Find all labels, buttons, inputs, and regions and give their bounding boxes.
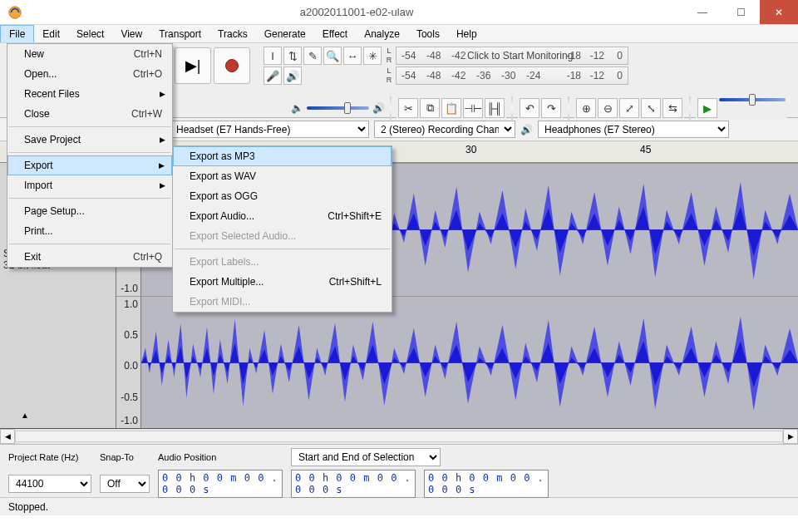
export-submenu: Export as MP3Export as WAVExport as OGGE…	[172, 145, 392, 313]
file-menu-item[interactable]: CloseCtrl+W	[7, 104, 172, 124]
horizontal-scrollbar[interactable]: ◀ ▶	[0, 429, 798, 444]
draw-tool-icon[interactable]: ✎	[303, 47, 322, 65]
audio-position-label: Audio Position	[158, 452, 283, 462]
zoom-in-icon[interactable]: ⊕	[576, 98, 596, 118]
menu-view[interactable]: View	[112, 25, 150, 42]
status-bar: Stopped.	[0, 497, 798, 515]
file-menu-item[interactable]: Open...Ctrl+O	[7, 64, 172, 84]
undo-toolbar: ↶ ↷	[518, 96, 563, 120]
cut-icon[interactable]: ✂	[398, 98, 418, 118]
status-text: Stopped.	[8, 501, 48, 513]
export-menu-item[interactable]: Export as OGG	[173, 186, 392, 206]
minimize-button[interactable]: ―	[683, 0, 722, 24]
zoom-toolbar: ⊕ ⊖ ⤢ ⤡ ⇆	[574, 96, 684, 120]
export-menu-item[interactable]: Export Audio...Ctrl+Shift+E	[173, 206, 392, 226]
edit-toolbar: ✂ ⧉ 📋 ⊣⊢ ╟╢	[397, 96, 506, 120]
zoom-toggle-icon[interactable]: ⇆	[663, 98, 682, 118]
export-menu-item[interactable]: Export Multiple...Ctrl+Shift+L	[173, 272, 392, 292]
menu-file[interactable]: File	[0, 25, 34, 42]
skip-end-button[interactable]: ▶|	[175, 47, 211, 84]
redo-icon[interactable]: ↷	[541, 98, 561, 118]
zoom-fit-proj-icon[interactable]: ⤡	[641, 98, 661, 118]
record-button[interactable]	[214, 47, 250, 84]
tool-grid: I ⇅ ✎ 🔍 ↔ ✳ 🎤 🔊	[264, 47, 382, 85]
copy-icon[interactable]: ⧉	[420, 98, 440, 118]
play-meter-bar[interactable]: -54 -48 -42 -36 -30 -24 -18 -12 0	[396, 66, 628, 85]
export-menu-item: Export Selected Audio...	[173, 226, 392, 246]
recording-channels-select[interactable]: 2 (Stereo) Recording Chan	[374, 121, 515, 138]
snap-to-label: Snap-To	[100, 452, 150, 462]
title-bar: a2002011001-e02-ulaw ― ☐ ✕	[0, 0, 798, 25]
menu-select[interactable]: Select	[68, 25, 112, 42]
file-menu-item[interactable]: Recent Files▶	[7, 84, 172, 104]
maximize-button[interactable]: ☐	[722, 0, 760, 24]
selection-toolbar: Project Rate (Hz) Snap-To Audio Position…	[0, 444, 798, 497]
zoom-tool-icon[interactable]: 🔍	[323, 47, 342, 65]
file-menu-item[interactable]: Export▶	[7, 155, 172, 175]
file-menu-item[interactable]: Save Project▶	[7, 130, 172, 150]
paste-icon[interactable]: 📋	[441, 98, 461, 118]
export-menu-item[interactable]: Export as WAV	[173, 166, 392, 186]
amplitude-scale: 1.0 0.5 0.0 -0.5 -1.0	[116, 297, 141, 429]
rec-meter-bar[interactable]: -54 -48 -42 Click to Start Monitoring -1…	[396, 47, 628, 65]
record-icon	[225, 59, 239, 72]
menu-tracks[interactable]: Tracks	[209, 25, 256, 42]
recording-meter[interactable]: LR -54 -48 -42 Click to Start Monitoring…	[384, 47, 628, 85]
menu-help[interactable]: Help	[448, 25, 485, 42]
collapse-icon[interactable]: ▲	[21, 411, 29, 420]
silence-icon[interactable]: ╟╢	[485, 98, 505, 118]
menu-generate[interactable]: Generate	[256, 25, 314, 42]
menu-edit[interactable]: Edit	[34, 25, 68, 42]
envelope-tool-icon[interactable]: ⇅	[283, 47, 302, 65]
file-menu-item[interactable]: NewCtrl+N	[7, 44, 172, 64]
timeshift-tool-icon[interactable]: ↔	[343, 47, 362, 65]
close-button[interactable]: ✕	[760, 0, 798, 24]
audio-position-value[interactable]: 0 0 h 0 0 m 0 0 . 0 0 0 s	[158, 470, 283, 498]
project-rate-select[interactable]: 44100	[8, 475, 91, 493]
play-at-speed-toolbar: ▶	[696, 96, 787, 120]
menu-effect[interactable]: Effect	[314, 25, 356, 42]
channel-right: 1.0 0.5 0.0 -0.5 -1.0	[116, 296, 798, 429]
export-menu-item: Export Labels...	[173, 252, 392, 272]
app-logo	[5, 2, 25, 22]
file-menu-item[interactable]: ExitCtrl+Q	[7, 247, 172, 267]
zoom-fit-sel-icon[interactable]: ⤢	[619, 98, 639, 118]
file-menu-dropdown: NewCtrl+NOpen...Ctrl+ORecent Files▶Close…	[7, 43, 173, 268]
file-menu-item[interactable]: Page Setup...	[7, 201, 172, 221]
export-menu-item: Export MIDI...	[173, 292, 392, 312]
file-menu-item[interactable]: Import▶	[7, 175, 172, 195]
trim-icon[interactable]: ⊣⊢	[463, 98, 483, 118]
mic-icon[interactable]: 🎤	[264, 66, 282, 85]
scroll-right-icon[interactable]: ▶	[783, 429, 798, 444]
waveform-right[interactable]	[141, 297, 798, 429]
scroll-track[interactable]	[15, 431, 783, 442]
volume-slider[interactable]	[307, 106, 369, 110]
speaker-icon[interactable]: 🔊	[283, 66, 302, 85]
menu-transport[interactable]: Transport	[150, 25, 209, 42]
speaker-min-icon: 🔈	[291, 102, 303, 114]
window-title: a2002011001-e02-ulaw	[30, 6, 683, 18]
playback-dev-icon: 🔊	[520, 124, 533, 135]
selection-start-value[interactable]: 0 0 h 0 0 m 0 0 . 0 0 0 s	[291, 470, 416, 498]
selection-tool-icon[interactable]: I	[264, 47, 282, 65]
menu-tools[interactable]: Tools	[408, 25, 448, 42]
scroll-left-icon[interactable]: ◀	[0, 429, 15, 444]
selection-end-value[interactable]: 0 0 h 0 0 m 0 0 . 0 0 0 s	[424, 470, 549, 498]
multi-tool-icon[interactable]: ✳	[363, 47, 382, 65]
playback-device-select[interactable]: Headphones (E7 Stereo)	[538, 121, 729, 138]
play-at-speed-icon[interactable]: ▶	[697, 98, 717, 118]
selection-mode-select[interactable]: Start and End of Selection	[291, 448, 441, 466]
project-rate-label: Project Rate (Hz)	[8, 452, 91, 462]
audio-host-select[interactable]: Headset (E7 Hands-Free)	[170, 121, 369, 138]
volume-slider-group: 🔈 🔊	[291, 102, 385, 114]
menu-bar: File Edit Select View Transport Tracks G…	[0, 25, 798, 43]
menu-analyze[interactable]: Analyze	[356, 25, 408, 42]
playback-speed-slider[interactable]	[719, 98, 786, 101]
zoom-out-icon[interactable]: ⊖	[598, 98, 618, 118]
undo-icon[interactable]: ↶	[520, 98, 539, 118]
speaker-max-icon: 🔊	[372, 102, 385, 114]
export-menu-item[interactable]: Export as MP3	[173, 146, 392, 166]
window-buttons: ― ☐ ✕	[683, 0, 798, 24]
file-menu-item[interactable]: Print...	[7, 221, 172, 241]
snap-to-select[interactable]: Off	[100, 475, 150, 493]
